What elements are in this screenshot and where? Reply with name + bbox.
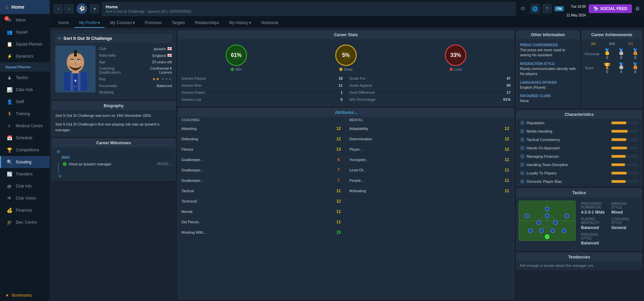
char-loyalty-bar	[611, 172, 627, 174]
char-media-info[interactable]: i	[520, 129, 525, 134]
sidebar-item-club-info[interactable]: 🏟 Club Info	[0, 180, 50, 192]
col-left: ✏ Sort It Out SI Challenge	[52, 30, 176, 299]
sidebar-item-dev-centre[interactable]: 🎓 Dev. Centre	[0, 216, 50, 228]
sidebar-item-data-hub[interactable]: 📊 Data Hub	[0, 84, 50, 96]
sidebar-item-dynamics[interactable]: ⚡ Dynamics	[0, 50, 50, 62]
sidebar-item-competitions[interactable]: 🏆 Competitions	[0, 144, 50, 156]
team-bronze-count: 0	[632, 70, 639, 74]
char-domestic-bar-container	[611, 180, 638, 183]
bookmarks-item[interactable]: ★ Bookmarks	[0, 290, 50, 301]
sidebar-item-transfers[interactable]: 🔄 Transfers	[0, 168, 50, 180]
player-lb	[562, 228, 566, 233]
sidebar-item-scouting[interactable]: 🔍 Scouting	[0, 156, 50, 168]
char-finances-info[interactable]: i	[520, 154, 525, 159]
sidebar-item-club-vision[interactable]: 👁 Club Vision	[0, 192, 50, 204]
attrs-columns: COACHING Attacking 12 Defending 12 Fitne…	[178, 117, 514, 238]
col-mid: Career Stats 61% Win	[178, 30, 514, 299]
coaching-style-item: COACHING STYLE General	[611, 217, 637, 230]
nav-dropdown-button[interactable]: ▾	[90, 4, 99, 13]
social-feed-button[interactable]: 📡 SOCIAL FEED	[589, 4, 632, 13]
char-hands-on-info[interactable]: i	[520, 146, 525, 150]
staff-icon: 👤	[6, 99, 12, 104]
char-tactical-consistency: i Tactical Consistency	[517, 136, 642, 144]
sidebar-item-staff[interactable]: 👤 Staff	[0, 96, 50, 108]
sidebar-item-medical[interactable]: ⚕ Medical Centre	[0, 120, 50, 132]
press-conf-text: The press are more used to seeing his as…	[520, 48, 576, 58]
ach-team-label: Team	[585, 66, 603, 70]
svg-rect-3	[78, 72, 80, 91]
pressing-style-item: PRESSING STYLE Balanced	[581, 233, 606, 245]
sidebar-item-finances[interactable]: 💰 Finances	[0, 204, 50, 216]
playing-mentality-label: PLAYING MENTALITY	[581, 217, 606, 225]
preferred-formation-item: PREFERRED FORMATION 4-2-3-1 Wide	[581, 202, 606, 215]
sidebar-item-squad-planner[interactable]: 📋 Squad Planner	[0, 38, 50, 50]
win-circle: 61% Win	[226, 45, 247, 71]
milestones-card: Career Milestones 2023 Hired as Ipswich …	[52, 138, 176, 180]
attr-fitness: Fitness 13	[178, 144, 346, 155]
char-reputation: i Reputation	[517, 119, 642, 127]
sidebar-item-tactics[interactable]: ♟ Tactics	[0, 72, 50, 84]
nav-forward-button[interactable]: ›	[64, 4, 74, 13]
tendencies-card: Tendencies Not enough is known about thi…	[516, 252, 642, 270]
attributes-header[interactable]: Attributes...	[178, 108, 514, 117]
datetime: Tue 10:00 21 May 2024	[567, 0, 586, 17]
sidebar-item-inbox[interactable]: 4 ✉ Inbox	[0, 14, 50, 26]
tab-my-history[interactable]: My History ▾	[224, 18, 256, 28]
squad-planner-header: Squad Planner	[0, 62, 50, 72]
tab-notebook[interactable]: Notebook	[256, 18, 283, 28]
tab-my-contract[interactable]: My Contract ▾	[105, 18, 139, 28]
char-reputation-info[interactable]: i	[520, 121, 525, 125]
stat-row-3: Goals Against 30	[349, 82, 511, 89]
char-loyalty-info[interactable]: i	[520, 171, 525, 175]
topbar-id-btn[interactable]: ID	[518, 5, 528, 12]
team-silver-medal: 🥈	[618, 62, 625, 70]
topbar-help-btn[interactable]: ?	[542, 4, 552, 13]
sidebar-item-training[interactable]: 🏃 Training	[0, 108, 50, 120]
sidebar-item-squad[interactable]: 👥 Squad	[0, 26, 50, 38]
char-discipline-bar-container	[611, 163, 638, 166]
pressing-style-value: Balanced	[581, 241, 606, 245]
top-right-row: Other Information PRESS CONFERENCES The …	[516, 30, 642, 108]
ach-1st-header: 1st	[587, 42, 599, 46]
player-dm1	[536, 220, 541, 225]
char-reputation-bar	[611, 122, 626, 124]
sidebar-item-schedule[interactable]: 📅 Schedule	[0, 132, 50, 144]
sidebar-label-training: Training	[16, 111, 30, 116]
tab-targets[interactable]: Targets	[167, 18, 189, 28]
languages-title: LANGUAGES SPOKEN	[520, 81, 576, 84]
tab-promises[interactable]: Promises	[140, 18, 166, 28]
pressing-style-label: PRESSING STYLE	[581, 233, 606, 240]
char-discipline-info[interactable]: i	[520, 162, 525, 167]
stars-empty: ★★★	[161, 77, 172, 81]
player-wr	[565, 214, 569, 218]
sidebar-home-label: Home	[11, 4, 24, 10]
attr-people-val: 11	[503, 177, 511, 184]
char-media-bar-container	[611, 130, 638, 133]
tab-home[interactable]: Home	[54, 18, 74, 28]
sidebar-home[interactable]: ⌂ Home	[0, 0, 50, 14]
sidebar-label-transfers: Transfers	[16, 172, 33, 176]
tab-relationships[interactable]: Relationships	[190, 18, 224, 28]
age-value: 20 years old	[152, 60, 172, 64]
edit-icon[interactable]: ✏	[58, 36, 61, 41]
char-domestic-bias: i Domestic Player Bias	[517, 177, 642, 186]
rep-label: Rep	[99, 77, 106, 81]
attr-attacking: Attacking 12	[178, 124, 346, 134]
career-stats-header: Career Stats	[178, 30, 514, 39]
press-conf-title: PRESS CONFERENCES	[520, 43, 576, 47]
svg-point-12	[78, 61, 79, 62]
nav-back-button[interactable]: ‹	[54, 4, 63, 13]
profile-rep-row: Rep ★★★★★	[99, 76, 172, 83]
nationality-flag: 🏴󠁧󠁢󠁥󠁮󠁧󠁿	[167, 53, 172, 58]
profile-age-row: Age 20 years old	[99, 59, 172, 65]
personal-bronze-count: 0	[632, 56, 639, 60]
char-hands-on-label: Hands On Approach	[527, 146, 609, 150]
char-domestic-info[interactable]: i	[520, 179, 525, 184]
char-tactical-info[interactable]: i	[520, 137, 525, 142]
milestone-text: Hired as Ipswich manager	[69, 162, 155, 166]
char-team-discipline: i Handling Team Discipline	[517, 161, 642, 169]
search-title: Home	[106, 4, 512, 9]
topbar-globe-btn[interactable]: 🌐	[530, 4, 540, 13]
date-line2: 21 May 2024	[567, 13, 586, 17]
tab-my-profile[interactable]: My Profile ▾	[74, 18, 105, 28]
